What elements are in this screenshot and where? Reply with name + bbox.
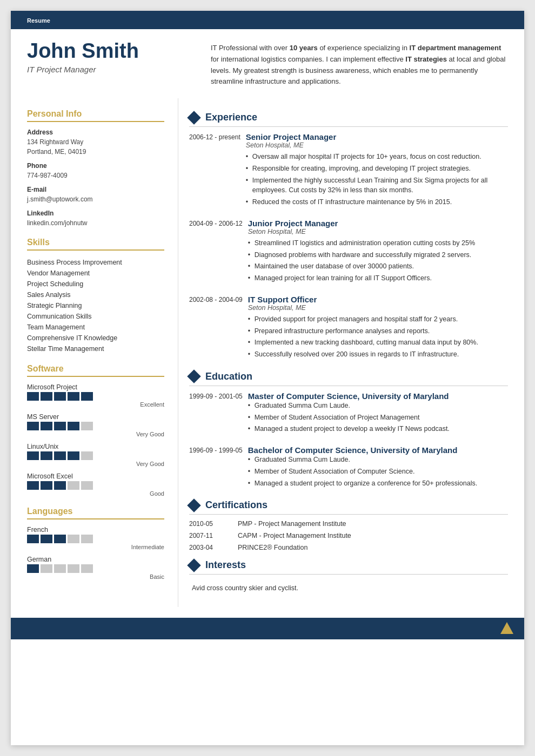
experience-header: Experience	[189, 112, 508, 127]
software-level-label: Good	[27, 490, 164, 497]
certification-name: PMP - Project Management Institute	[238, 520, 346, 528]
resume-label: Resume	[27, 17, 50, 24]
main-body: Personal Info Address 134 Rightward Way …	[11, 98, 524, 607]
experience-bullets: Streamlined IT logistics and administrat…	[248, 238, 508, 284]
bar-empty-block	[81, 422, 93, 430]
software-title: Software	[27, 364, 164, 377]
certification-date: 2003-04	[189, 544, 238, 551]
experience-date: 2006-12 - present	[189, 132, 246, 209]
software-name: Linux/Unix	[27, 443, 164, 450]
certification-date: 2010-05	[189, 520, 238, 528]
header-summary: IT Professional with over 10 years of ex…	[195, 40, 508, 87]
interests-header: Interests	[189, 559, 508, 575]
education-header: Education	[189, 371, 508, 386]
bar-empty-block	[68, 535, 79, 543]
bar-filled-block	[68, 392, 79, 401]
top-bar: Resume	[11, 11, 524, 29]
bar-empty-block	[81, 481, 93, 490]
education-title: Education	[205, 371, 252, 382]
bar-empty-block	[54, 564, 66, 573]
education-entry: 1999-09 - 2001-05Master of Computer Scie…	[189, 392, 508, 436]
bar-filled-block	[68, 422, 79, 430]
languages-list: FrenchIntermediateGermanBasic	[27, 526, 164, 580]
experience-title: Experience	[205, 112, 257, 123]
software-name: MS Server	[27, 413, 164, 421]
education-degree-title: Bachelor of Computer Science, University…	[248, 446, 508, 455]
language-level-label: Intermediate	[27, 544, 164, 550]
address-block: Address 134 Rightward Way Portland, ME, …	[27, 129, 164, 157]
phone-block: Phone 774-987-4009	[27, 162, 164, 180]
education-bullets: Graduated Summa Cum Laude.Member of Stud…	[248, 401, 508, 434]
experience-bullet-item: Managed project for lean training for al…	[248, 273, 508, 284]
certification-date: 2007-11	[189, 532, 238, 539]
address-line2: Portland, ME, 04019	[27, 147, 164, 157]
bar-filled-block	[41, 481, 52, 490]
experience-entry: 2006-12 - presentSenior Project ManagerS…	[189, 132, 508, 209]
experience-job-title: Senior Project Manager	[246, 132, 508, 141]
bar-filled-block	[27, 422, 39, 430]
email-block: E-mail j.smith@uptowork.com	[27, 186, 164, 204]
certifications-diamond-icon	[187, 498, 200, 512]
experience-content: Junior Project ManagerSeton Hospital, ME…	[248, 219, 508, 285]
bar-filled-block	[68, 451, 79, 460]
experience-company: Seton Hospital, ME	[248, 304, 508, 312]
language-item: GermanBasic	[27, 556, 164, 580]
bar-container	[27, 535, 164, 543]
interests-diamond-icon	[187, 558, 200, 572]
skills-list: Business Process ImprovementVendor Manag…	[27, 257, 164, 354]
bar-empty-block	[81, 535, 93, 543]
interests-title: Interests	[205, 559, 246, 571]
linkedin-value: linkedin.com/johnutw	[27, 218, 164, 228]
right-column: Experience 2006-12 - presentSenior Proje…	[178, 98, 524, 607]
header-left: John Smith IT Project Manager	[27, 40, 195, 87]
education-content: Master of Computer Science, University o…	[248, 392, 508, 436]
address-line1: 134 Rightward Way	[27, 137, 164, 147]
languages-title: Languages	[27, 507, 164, 519]
experience-bullet-item: Implemented the highly successful Lean T…	[246, 176, 508, 196]
education-degree-title: Master of Computer Science, University o…	[248, 392, 508, 401]
phone-label: Phone	[27, 162, 164, 170]
linkedin-label: LinkedIn	[27, 210, 164, 217]
bar-filled-block	[54, 535, 66, 543]
experience-diamond-icon	[187, 111, 200, 124]
skill-item: Project Scheduling	[27, 279, 164, 289]
bar-container	[27, 481, 164, 490]
bar-container	[27, 422, 164, 430]
bar-filled-block	[54, 422, 66, 430]
experience-bullet-item: Provided support for project managers an…	[248, 314, 508, 325]
experience-list: 2006-12 - presentSenior Project ManagerS…	[189, 132, 508, 361]
experience-entry: 2002-08 - 2004-09IT Support OfficerSeton…	[189, 295, 508, 361]
bar-filled-block	[27, 535, 39, 543]
certification-entry: 2007-11CAPM - Project Management Institu…	[189, 532, 508, 539]
bar-empty-block	[81, 451, 93, 460]
skill-item: Vendor Management	[27, 268, 164, 279]
experience-bullet-item: Prepared infrastructure performance anal…	[248, 326, 508, 336]
certifications-title: Certifications	[205, 500, 268, 511]
software-list: Microsoft ProjectExcellentMS ServerVery …	[27, 383, 164, 497]
skill-item: Strategic Planning	[27, 300, 164, 311]
bottom-bar-arrow-icon	[500, 622, 513, 634]
experience-bullet-item: Streamlined IT logistics and administrat…	[248, 238, 508, 248]
software-item: Linux/UnixVery Good	[27, 443, 164, 467]
language-name: German	[27, 556, 164, 563]
software-level-label: Very Good	[27, 431, 164, 437]
bar-filled-block	[27, 564, 39, 573]
bar-empty-block	[81, 564, 93, 573]
experience-bullet-item: Oversaw all major hospital IT projects f…	[246, 152, 508, 162]
skill-item: Sales Analysis	[27, 289, 164, 300]
skill-item: Comprehensive IT Knowledge	[27, 333, 164, 343]
education-bullet-item: Member of Student Association of Compute…	[248, 467, 508, 477]
experience-content: Senior Project ManagerSeton Hospital, ME…	[246, 132, 508, 209]
experience-date: 2004-09 - 2006-12	[189, 219, 248, 285]
education-bullet-item: Graduated Summa Cum Laude.	[248, 455, 508, 465]
bar-empty-block	[68, 564, 79, 573]
education-bullets: Graduated Summa Cum Laude.Member of Stud…	[248, 455, 508, 488]
experience-bullet-item: Maintained the user database of over 300…	[248, 261, 508, 272]
certification-name: PRINCE2® Foundation	[238, 544, 307, 551]
language-level-label: Basic	[27, 573, 164, 580]
bar-filled-block	[27, 392, 39, 401]
certification-name: CAPM - Project Management Institute	[238, 532, 351, 539]
experience-bullet-item: Implemented a new tracking dashboard, cu…	[248, 338, 508, 348]
bar-filled-block	[54, 392, 66, 401]
software-item: Microsoft ProjectExcellent	[27, 383, 164, 408]
